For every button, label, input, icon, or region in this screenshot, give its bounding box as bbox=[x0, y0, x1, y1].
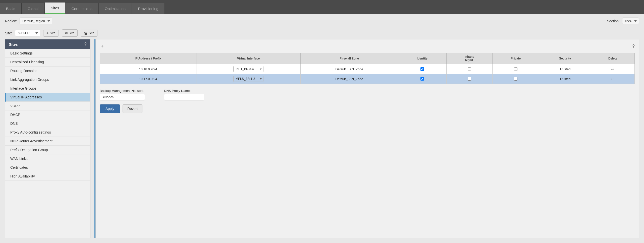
row2-security: Trusted bbox=[539, 74, 591, 84]
copy-icon: ⧉ bbox=[65, 31, 68, 35]
sidebar: Sites ? Basic Settings Centralized Licen… bbox=[5, 39, 90, 238]
row2-ip: 10.17.0.9/24 bbox=[100, 74, 196, 84]
sidebar-item-proxy-autoconfig[interactable]: Proxy Auto-config settings bbox=[5, 128, 90, 137]
main-panel: + ? IP Address / Prefix Virtual Interfac… bbox=[95, 39, 639, 238]
action-buttons: Apply Revert bbox=[100, 104, 635, 113]
site-row: Site: SJC-BR + Site ⧉ Site 🗑 Site bbox=[0, 28, 644, 39]
row2-private-cell[interactable] bbox=[493, 74, 539, 84]
col-header-fw: Firewall Zone bbox=[301, 53, 398, 64]
sidebar-item-interface-groups[interactable]: Interface Groups bbox=[5, 84, 90, 93]
row2-identity-checkbox[interactable] bbox=[420, 77, 424, 81]
backup-mgmt-label: Backup Management Network: bbox=[100, 89, 145, 93]
col-header-security: Security bbox=[539, 53, 591, 64]
sidebar-item-dns[interactable]: DNS bbox=[5, 119, 90, 128]
row1-interface-select[interactable]: INET_BR-3-4 bbox=[233, 66, 263, 72]
col-header-delete: Delete bbox=[591, 53, 634, 64]
tab-global[interactable]: Global bbox=[22, 3, 45, 14]
row1-ip: 10.18.0.9/24 bbox=[100, 64, 196, 74]
add-site-label: Site bbox=[50, 31, 55, 35]
row2-interface[interactable]: MPLS_BR-1-2 bbox=[196, 74, 301, 84]
section-control: Section: IPv4 bbox=[607, 18, 639, 24]
delete-site-button[interactable]: 🗑 Site bbox=[81, 30, 97, 37]
section-select[interactable]: IPv4 bbox=[622, 18, 639, 24]
col-header-ip: IP Address / Prefix bbox=[100, 53, 196, 64]
sidebar-item-vrrp[interactable]: VRRP bbox=[5, 102, 90, 110]
panel-help-button[interactable]: ? bbox=[632, 44, 635, 49]
row2-inband-cell[interactable] bbox=[447, 74, 493, 84]
row1-private-cell[interactable] bbox=[493, 64, 539, 74]
row1-delete-cell[interactable]: ↩ bbox=[591, 64, 634, 74]
sidebar-item-dhcp[interactable]: DHCP bbox=[5, 110, 90, 119]
tab-optimization[interactable]: Optimization bbox=[99, 3, 132, 14]
apply-button[interactable]: Apply bbox=[100, 104, 120, 113]
row2-delete-cell[interactable]: ↩ bbox=[591, 74, 634, 84]
region-control: Region: Default_Region bbox=[5, 18, 52, 24]
table-row: 10.18.0.9/24 INET_BR-3-4 Default_LAN_Zon… bbox=[100, 64, 635, 74]
row1-security: Trusted bbox=[539, 64, 591, 74]
sidebar-item-centralized-licensing[interactable]: Centralized Licensing bbox=[5, 58, 90, 67]
add-site-button[interactable]: + Site bbox=[43, 30, 59, 37]
backup-mgmt-select[interactable]: <None> bbox=[100, 94, 145, 100]
sidebar-item-certificates[interactable]: Certificates bbox=[5, 163, 90, 172]
row2-private-checkbox[interactable] bbox=[514, 77, 517, 81]
col-header-private: Private bbox=[493, 53, 539, 64]
sidebar-item-high-availability[interactable]: High Availability bbox=[5, 172, 90, 181]
row2-fw-zone: Default_LAN_Zone bbox=[301, 74, 398, 84]
sidebar-title: Sites bbox=[9, 42, 18, 46]
tab-connections[interactable]: Connections bbox=[65, 3, 98, 14]
site-select[interactable]: SJC-BR bbox=[15, 30, 40, 36]
col-header-vif: Virtual Interface bbox=[196, 53, 301, 64]
row1-identity-checkbox[interactable] bbox=[420, 67, 424, 71]
sidebar-item-wan-links[interactable]: WAN Links bbox=[5, 154, 90, 163]
row2-interface-select[interactable]: MPLS_BR-1-2 bbox=[233, 76, 263, 82]
row1-inband-checkbox[interactable] bbox=[468, 67, 471, 71]
row1-delete-icon[interactable]: ↩ bbox=[611, 67, 614, 71]
backup-mgmt-group: Backup Management Network: <None> bbox=[100, 89, 145, 100]
row1-inband-cell[interactable] bbox=[447, 64, 493, 74]
tab-bar: Basic Global Sites Connections Optimizat… bbox=[0, 0, 644, 14]
dns-proxy-select[interactable] bbox=[164, 94, 204, 100]
row2-delete-icon[interactable]: ↩ bbox=[611, 77, 614, 81]
sidebar-item-ndp-router[interactable]: NDP Router Advertisement bbox=[5, 137, 90, 146]
revert-button[interactable]: Revert bbox=[123, 104, 142, 113]
bottom-controls: Backup Management Network: <None> DNS Pr… bbox=[100, 89, 635, 100]
dns-proxy-label: DNS Proxy Name: bbox=[164, 89, 204, 93]
region-label: Region: bbox=[5, 19, 17, 23]
row2-identity-cell[interactable] bbox=[398, 74, 446, 84]
copy-site-button[interactable]: ⧉ Site bbox=[62, 29, 78, 37]
ip-table: IP Address / Prefix Virtual Interface Fi… bbox=[100, 53, 635, 84]
tab-provisioning[interactable]: Provisioning bbox=[132, 3, 165, 14]
plus-icon: + bbox=[46, 31, 48, 35]
copy-site-label: Site bbox=[69, 31, 74, 35]
site-label: Site: bbox=[5, 31, 12, 35]
row1-identity-cell[interactable] bbox=[398, 64, 446, 74]
sidebar-item-virtual-ip-addresses[interactable]: Virtual IP Addresses bbox=[5, 93, 90, 102]
section-label: Section: bbox=[607, 19, 620, 23]
content-area: Sites ? Basic Settings Centralized Licen… bbox=[0, 39, 644, 243]
sidebar-item-link-aggregation-groups[interactable]: Link Aggregation Groups bbox=[5, 75, 90, 84]
row1-private-checkbox[interactable] bbox=[514, 67, 517, 71]
panel-top-bar: + ? bbox=[100, 43, 635, 49]
delete-site-label: Site bbox=[89, 31, 94, 35]
site-select-wrapper: SJC-BR bbox=[15, 30, 40, 36]
dns-proxy-group: DNS Proxy Name: bbox=[164, 89, 204, 100]
controls-row: Region: Default_Region Section: IPv4 bbox=[0, 14, 644, 28]
sidebar-item-routing-domains[interactable]: Routing Domains bbox=[5, 67, 90, 75]
trash-icon: 🗑 bbox=[84, 31, 87, 35]
tab-sites[interactable]: Sites bbox=[45, 3, 65, 14]
row1-fw-zone: Default_LAN_Zone bbox=[301, 64, 398, 74]
sidebar-header: Sites ? bbox=[5, 39, 90, 49]
col-header-identity: Identity bbox=[398, 53, 446, 64]
sidebar-item-prefix-delegation[interactable]: Prefix Delegation Group bbox=[5, 146, 90, 154]
main-container: Region: Default_Region Section: IPv4 Sit… bbox=[0, 14, 644, 243]
row1-interface[interactable]: INET_BR-3-4 bbox=[196, 64, 301, 74]
sidebar-item-basic-settings[interactable]: Basic Settings bbox=[5, 49, 90, 58]
col-header-inband: Inband Mgmt. bbox=[447, 53, 493, 64]
row2-inband-checkbox[interactable] bbox=[468, 77, 471, 81]
table-row: 10.17.0.9/24 MPLS_BR-1-2 Default_LAN_Zon… bbox=[100, 74, 635, 84]
region-select[interactable]: Default_Region bbox=[20, 18, 52, 24]
add-entry-button[interactable]: + bbox=[100, 43, 105, 49]
sidebar-help-icon[interactable]: ? bbox=[84, 42, 87, 46]
tab-basic[interactable]: Basic bbox=[0, 3, 22, 14]
